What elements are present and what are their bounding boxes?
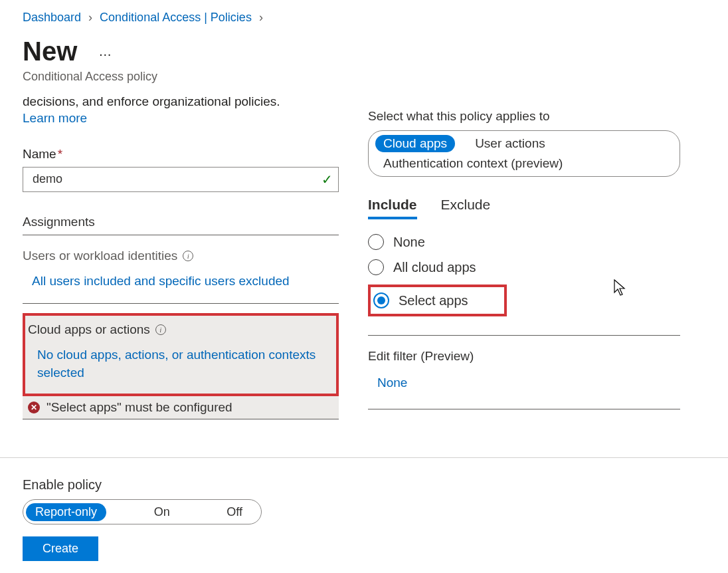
cloud-apps-label: Cloud apps or actions [28, 322, 150, 337]
radio-all-label: All cloud apps [393, 260, 476, 275]
breadcrumb: Dashboard › Conditional Access | Policie… [23, 11, 728, 25]
info-icon[interactable]: i [183, 251, 193, 261]
name-input-wrap[interactable]: ✓ [23, 167, 339, 192]
chevron-right-icon: › [259, 11, 263, 24]
radio-select-label: Select apps [399, 293, 468, 308]
radio-none-label: None [393, 235, 425, 250]
info-icon[interactable]: i [155, 324, 166, 335]
error-message: ✕ "Select apps" must be configured [23, 396, 339, 419]
more-icon[interactable]: … [93, 41, 118, 62]
toggle-off[interactable]: Off [217, 503, 252, 521]
include-radio-group: None All cloud apps Select apps [368, 234, 680, 316]
applies-to-label: Select what this policy applies to [368, 109, 680, 124]
learn-more-link[interactable]: Learn more [23, 111, 87, 126]
applies-to-segment: Cloud apps User actions Authentication c… [368, 130, 680, 177]
cloud-apps-value-link[interactable]: No cloud apps, actions, or authenticatio… [28, 346, 328, 382]
radio-none[interactable]: None [368, 234, 680, 250]
error-text: "Select apps" must be configured [46, 400, 232, 415]
breadcrumb-conditional-access[interactable]: Conditional Access | Policies [100, 11, 252, 24]
users-value-link[interactable]: All users included and specific users ex… [23, 273, 339, 290]
page-title: New [23, 38, 77, 64]
chevron-right-icon: › [88, 11, 92, 24]
create-button[interactable]: Create [23, 536, 98, 561]
toggle-report-only[interactable]: Report-only [26, 503, 106, 521]
error-icon: ✕ [28, 401, 40, 413]
footer-divider [0, 457, 728, 458]
radio-select-apps[interactable]: Select apps [368, 285, 507, 316]
checkmark-icon: ✓ [321, 172, 333, 187]
segment-user-actions[interactable]: User actions [467, 135, 553, 152]
name-input[interactable] [31, 172, 321, 187]
cloud-apps-section[interactable]: Cloud apps or actions i No cloud apps, a… [23, 313, 339, 396]
tab-include[interactable]: Include [368, 197, 417, 219]
radio-all-cloud-apps[interactable]: All cloud apps [368, 259, 680, 275]
segment-cloud-apps[interactable]: Cloud apps [375, 135, 455, 152]
page-subtitle: Conditional Access policy [23, 70, 728, 84]
enable-policy-label: Enable policy [23, 477, 262, 493]
edit-filter-label: Edit filter (Preview) [368, 349, 680, 364]
toggle-on[interactable]: On [145, 503, 179, 521]
assignments-heading: Assignments [23, 215, 339, 235]
include-exclude-tabs: Include Exclude [368, 197, 680, 219]
tab-exclude[interactable]: Exclude [441, 197, 491, 219]
enable-policy-toggle: Report-only On Off [23, 499, 262, 524]
description-text: decisions, and enforce organizational po… [23, 93, 339, 111]
edit-filter-value-link[interactable]: None [368, 376, 680, 390]
segment-auth-context[interactable]: Authentication context (preview) [375, 155, 571, 172]
name-label: Name* [23, 147, 339, 162]
required-asterisk: * [58, 147, 62, 161]
users-label: Users or workload identities [23, 249, 177, 263]
breadcrumb-dashboard[interactable]: Dashboard [23, 11, 81, 24]
